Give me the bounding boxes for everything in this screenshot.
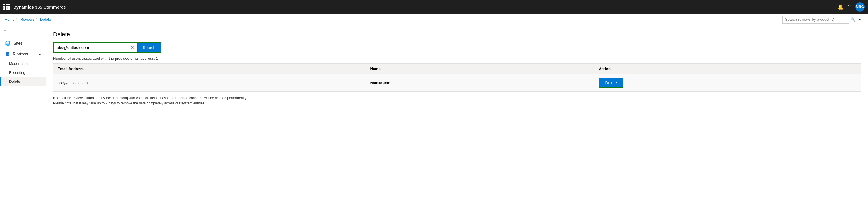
breadcrumb: Home > Reviews > Delete xyxy=(5,17,51,22)
person-icon: 👤 xyxy=(5,51,10,56)
cell-name: Namita Jain xyxy=(366,74,595,92)
bell-icon[interactable]: 🔔 xyxy=(838,4,843,10)
sidebar-sub-label-moderation: Moderation xyxy=(9,62,28,66)
sidebar-group-reviews-header[interactable]: 👤 Reviews ▲ xyxy=(0,49,46,59)
breadcrumb-sep1: > xyxy=(17,17,19,22)
delete-button-wrapper: Delete xyxy=(599,78,623,88)
users-table-wrapper: Email Address Name Action abc@outlook.co… xyxy=(53,64,861,92)
avatar[interactable]: MRG xyxy=(855,2,865,11)
sidebar-sub-label-delete: Delete xyxy=(9,79,20,84)
breadcrumb-current: Delete xyxy=(40,17,51,22)
delete-user-button[interactable]: Delete xyxy=(599,78,622,87)
sidebar-toggle[interactable]: ≡ xyxy=(0,25,46,37)
col-header-action: Action xyxy=(595,64,861,74)
help-icon[interactable]: ? xyxy=(848,4,851,9)
sidebar: ≡ 🌐 Sites 👤 Reviews ▲ Moderation Reporti… xyxy=(0,25,46,214)
col-header-email: Email Address xyxy=(54,64,366,74)
sidebar-group-reviews: 👤 Reviews ▲ Moderation Reporting Delete xyxy=(0,49,46,86)
email-search-section: ✕ Search xyxy=(53,42,861,53)
sidebar-sub-label-reporting: Reporting xyxy=(9,70,25,75)
note-text: Note: all the reviews submitted by the u… xyxy=(53,96,255,106)
col-header-name: Name xyxy=(366,64,595,74)
breadcrumb-home[interactable]: Home xyxy=(5,17,15,22)
search-submit-button[interactable]: Search xyxy=(137,42,161,53)
sidebar-item-delete[interactable]: Delete xyxy=(0,77,46,86)
cell-action: Delete xyxy=(595,74,861,92)
sidebar-label-sites: Sites xyxy=(13,41,23,45)
sidebar-item-sites[interactable]: 🌐 Sites xyxy=(0,37,46,49)
breadcrumb-reviews[interactable]: Reviews xyxy=(20,17,34,22)
globe-icon: 🌐 xyxy=(5,40,11,46)
table-row: abc@outlook.com Namita Jain Delete xyxy=(54,74,861,92)
clear-search-button[interactable]: ✕ xyxy=(128,42,137,53)
sidebar-label-reviews: Reviews xyxy=(13,51,28,56)
breadcrumb-bar: Home > Reviews > Delete 🔍 ▾ xyxy=(0,14,868,25)
app-title: Dynamics 365 Commerce xyxy=(13,5,66,9)
page-title: Delete xyxy=(53,31,861,38)
user-count-text: Number of users associated with the prov… xyxy=(53,56,861,61)
sidebar-item-moderation[interactable]: Moderation xyxy=(0,59,46,68)
sidebar-item-reporting[interactable]: Reporting xyxy=(0,68,46,77)
breadcrumb-sep2: > xyxy=(36,17,38,22)
product-search-input[interactable] xyxy=(783,16,849,23)
email-search-input[interactable] xyxy=(53,42,128,53)
cell-email: abc@outlook.com xyxy=(54,74,366,92)
product-search-dropdown[interactable]: ▾ xyxy=(857,15,863,24)
main-content: Delete ✕ Search Number of users associat… xyxy=(46,25,868,214)
product-search-button[interactable]: 🔍 xyxy=(849,15,857,24)
product-search-bar: 🔍 ▾ xyxy=(782,15,863,24)
topbar: Dynamics 365 Commerce 🔔 ? MRG xyxy=(0,0,868,14)
chevron-up-icon: ▲ xyxy=(38,51,42,56)
table-header-row: Email Address Name Action xyxy=(54,64,861,74)
waffle-icon[interactable] xyxy=(3,4,10,10)
users-table: Email Address Name Action abc@outlook.co… xyxy=(54,64,861,92)
